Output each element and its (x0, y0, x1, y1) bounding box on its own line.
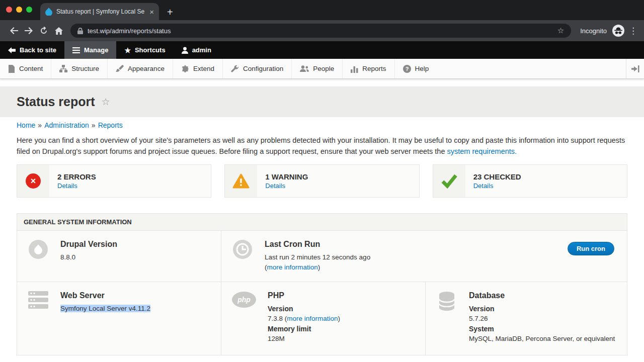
address-bar[interactable]: test.wip/admin/reports/status ☆ (70, 24, 571, 38)
breadcrumb: Home»Administration»Reports (17, 121, 627, 129)
database-version-label: Version (469, 304, 615, 314)
bookmark-star-icon[interactable]: ☆ (557, 26, 564, 35)
page-title: Status report (17, 95, 95, 109)
drupal-icon (29, 240, 48, 259)
browser-tab[interactable]: Status report | Symfony Local Se × (40, 3, 159, 20)
warning-icon (232, 173, 250, 189)
clock-icon (233, 240, 252, 259)
new-tab-button[interactable]: + (167, 7, 173, 17)
database-version-value: 5.7.26 (469, 314, 615, 324)
user-menu[interactable]: admin (174, 41, 219, 59)
web-server-cell: Web Server Symfony Local Server v4.11.2 (17, 282, 221, 355)
appearance-icon (116, 65, 124, 73)
breadcrumb-administration[interactable]: Administration (44, 121, 89, 129)
forward-icon[interactable] (21, 23, 36, 38)
hamburger-icon (72, 47, 80, 53)
web-server-value: Symfony Local Server v4.11.2 (60, 305, 150, 312)
checkmark-icon (441, 173, 458, 189)
home-icon[interactable] (51, 23, 66, 38)
collapse-icon (631, 65, 639, 72)
panel-row-2: Web Server Symfony Local Server v4.11.2 … (17, 282, 627, 355)
svg-text:?: ? (405, 66, 409, 72)
warnings-card[interactable]: 1 WARNING Details (224, 164, 419, 198)
database-cell: Database Version 5.7.26 System MySQL, Ma… (425, 282, 627, 355)
database-system-value: MySQL, MariaDB, Percona Server, or equiv… (469, 334, 615, 344)
zoom-window-button[interactable] (26, 7, 32, 13)
php-cell: php PHP Version 7.3.8 (more information)… (221, 282, 425, 355)
web-server-title: Web Server (60, 291, 150, 300)
minimize-window-button[interactable] (16, 7, 22, 13)
window-controls (6, 7, 32, 13)
back-to-site-link[interactable]: Back to site (0, 41, 64, 59)
browser-toolbar: test.wip/admin/reports/status ☆ Incognit… (0, 20, 644, 41)
url-text[interactable]: test.wip/admin/reports/status (88, 27, 553, 35)
php-memory-value: 128M (268, 334, 340, 344)
menu-item-structure[interactable]: Structure (51, 59, 108, 78)
php-more-information-link[interactable]: more information (287, 315, 338, 322)
toolbar-orientation-toggle[interactable] (626, 59, 644, 78)
system-requirements-link[interactable]: system requirements. (447, 147, 517, 155)
structure-icon (59, 65, 67, 73)
favorite-star-icon[interactable]: ☆ (102, 96, 110, 108)
drupal-version-title: Drupal Version (60, 240, 117, 249)
menu-item-extend[interactable]: Extend (173, 59, 223, 78)
cron-title: Last Cron Run (265, 240, 370, 249)
manage-tab[interactable]: Manage (64, 41, 116, 59)
database-title: Database (469, 291, 615, 300)
breadcrumb-home[interactable]: Home (17, 121, 35, 129)
close-tab-icon[interactable]: × (149, 8, 154, 16)
checked-card[interactable]: 23 CHECKED Details (433, 164, 627, 198)
page-header: Status report ☆ (0, 86, 644, 117)
extend-icon (181, 65, 189, 73)
checked-details-link[interactable]: Details (473, 182, 521, 190)
svg-text:php: php (237, 296, 251, 304)
cron-status: Last run 2 minutes 12 seconds ago (265, 252, 370, 262)
shortcuts-tab[interactable]: ★ Shortcuts (116, 41, 173, 59)
server-icon (28, 291, 48, 309)
general-system-information-panel: GENERAL SYSTEM INFORMATION Drupal Versio… (17, 213, 627, 355)
status-summary-cards: × 2 ERRORS Details 1 WARNING Details 23 … (17, 164, 627, 198)
menu-item-appearance[interactable]: Appearance (108, 59, 173, 78)
errors-card[interactable]: × 2 ERRORS Details (17, 164, 211, 198)
back-arrow-icon (8, 47, 16, 53)
reload-icon[interactable] (36, 23, 51, 38)
admin-menubar: Content Structure Appearance Extend Conf… (0, 59, 644, 79)
close-window-button[interactable] (6, 7, 12, 13)
lock-icon (77, 28, 83, 34)
run-cron-button[interactable]: Run cron (568, 242, 614, 255)
warnings-details-link[interactable]: Details (265, 182, 308, 190)
database-icon (438, 291, 455, 311)
tab-title: Status report | Symfony Local Se (56, 8, 145, 15)
people-icon (300, 65, 309, 73)
breadcrumb-separator: » (38, 121, 42, 129)
drupal-version-value: 8.8.0 (60, 252, 117, 262)
breadcrumb-reports[interactable]: Reports (98, 121, 123, 129)
menu-item-content[interactable]: Content (0, 59, 51, 78)
shortcuts-star-icon: ★ (124, 47, 131, 54)
menu-item-help[interactable]: ? Help (395, 59, 437, 78)
panel-row-1: Drupal Version 8.8.0 Last Cron Run Last … (17, 230, 627, 282)
menu-item-configuration[interactable]: Configuration (223, 59, 292, 78)
breadcrumb-separator: » (92, 121, 96, 129)
configuration-icon (231, 65, 239, 73)
errors-details-link[interactable]: Details (57, 182, 96, 190)
menu-item-reports[interactable]: Reports (343, 59, 394, 78)
content-gap (0, 79, 644, 86)
intro-paragraph: Here you can find a short overview of yo… (17, 135, 627, 157)
user-icon (182, 47, 188, 54)
error-icon: × (26, 173, 41, 189)
help-icon: ? (403, 65, 411, 73)
menu-item-people[interactable]: People (292, 59, 343, 78)
php-memory-label: Memory limit (268, 324, 340, 334)
reports-icon (351, 65, 358, 73)
php-version-label: Version (268, 304, 340, 314)
database-system-label: System (469, 324, 615, 334)
browser-tabstrip: Status report | Symfony Local Se × + (0, 0, 644, 20)
panel-header: GENERAL SYSTEM INFORMATION (17, 214, 627, 230)
last-cron-run-cell: Last Cron Run Last run 2 minutes 12 seco… (221, 231, 627, 282)
checked-count: 23 CHECKED (473, 172, 521, 181)
admin-toolbar: Back to site Manage ★ Shortcuts admin (0, 41, 644, 59)
browser-menu-icon[interactable]: ⋮ (629, 26, 638, 36)
back-icon[interactable] (6, 23, 21, 38)
cron-more-information-link[interactable]: more information (267, 263, 318, 271)
